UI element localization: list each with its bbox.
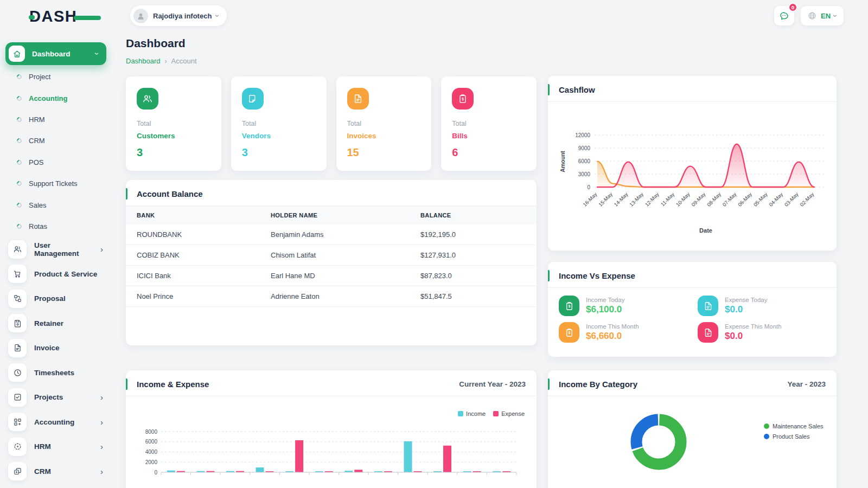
svg-text:09-May: 09-May (690, 191, 706, 207)
accent-bar (548, 378, 550, 390)
chevron-right-icon: › (100, 467, 103, 476)
sidebar-item-invoice[interactable]: Invoice (0, 336, 119, 361)
legend-swatch (764, 434, 769, 439)
accent-bar (126, 378, 127, 390)
sidebar-item-dashboard[interactable]: Dashboard › (5, 42, 106, 65)
metric-value: $0.0 (725, 331, 782, 342)
sidebar-item-hrm-module[interactable]: HRM› (0, 434, 119, 459)
svg-text:0: 0 (587, 184, 590, 190)
income-vs-expense-grid: $ Income Today$6,100.0 Expense Today$0.0… (548, 288, 837, 343)
crm-icon (8, 462, 27, 480)
dot-circle-icon (16, 95, 23, 102)
sidebar-item-pos[interactable]: POS (0, 152, 119, 173)
metric-label: Expense Today (725, 297, 767, 303)
legend-item-expense: Expense (493, 410, 525, 417)
sidebar-item-rotas[interactable]: Rotas (0, 216, 119, 237)
stat-card-invoices: Total Invoices 15 (336, 76, 432, 171)
dashboard-app: DASH Rajodiya infotech › 0 EN › Dashboar… (0, 0, 868, 488)
metric-label: Expense This Month (725, 323, 782, 330)
brand-logo-text: DASH (29, 8, 77, 25)
grid-plus-icon (8, 413, 27, 431)
sidebar-item-product-service[interactable]: Product & Service (0, 262, 119, 287)
cashflow-card: Cashflow Amount Date 0300060009000120001… (548, 76, 837, 251)
chat-badge: 0 (788, 3, 797, 12)
svg-text:6000: 6000 (578, 158, 591, 164)
card-title: Income & Expense (137, 380, 209, 389)
sidebar-item-support-tickets[interactable]: Support Tickets (0, 173, 119, 194)
dot-circle-icon (16, 202, 23, 209)
sidebar-item-label: Retainer (34, 319, 103, 328)
table-row: Noel Prince Adrienne Eaton $51,847.5 (126, 286, 537, 307)
clock-icon (8, 363, 27, 382)
breadcrumb-current: Account (171, 57, 197, 65)
balance-cell: $192,195.0 (410, 224, 537, 245)
metric-label: Income Today (586, 297, 624, 303)
breadcrumb: Dashboard › Account (126, 57, 197, 65)
invoice-icon (8, 339, 27, 357)
sidebar-item-label: Accounting (34, 418, 93, 426)
bank-cell: ICICI Bank (126, 266, 260, 286)
table-row: ROUNDBANK Benjamin Adams $192,195.0 (126, 224, 537, 245)
sidebar-item-user-management[interactable]: User Management› (0, 237, 119, 262)
bills-icon: $ (452, 88, 474, 110)
cashflow-area-chart: Date 03000600090001200016-May15-May14-Ma… (557, 111, 828, 246)
stat-card-vendors: Total Vendors 3 (231, 76, 327, 171)
svg-text:08-May: 08-May (706, 191, 722, 207)
stat-card-bills: $ Total Bills 6 (441, 76, 537, 171)
stat-caption: Total (347, 120, 421, 127)
holder-cell: Adrienne Eaton (260, 286, 410, 307)
users-icon (8, 240, 27, 259)
sidebar-item-sales[interactable]: Sales (0, 194, 119, 215)
language-selector[interactable]: EN › (801, 6, 844, 25)
stat-value: 3 (242, 146, 316, 159)
chat-icon (778, 10, 790, 22)
svg-text:14-May: 14-May (612, 191, 629, 207)
breadcrumb-dashboard-link[interactable]: Dashboard (126, 57, 161, 65)
sidebar-item-timesheets[interactable]: Timesheets (0, 361, 119, 386)
svg-text:$: $ (462, 97, 464, 101)
legend-label: Income (466, 410, 486, 417)
stat-card-customers: Total Customers 3 (126, 76, 221, 171)
stat-label: Customers (137, 132, 210, 140)
sidebar-item-projects[interactable]: Projects› (0, 385, 119, 410)
expense-file-icon (698, 322, 718, 343)
company-switcher[interactable]: Rajodiya infotech › (130, 5, 227, 26)
card-title: Income By Category (559, 380, 637, 389)
svg-text:16-May: 16-May (582, 191, 598, 207)
dot-circle-icon (16, 180, 23, 187)
sidebar-item-hrm[interactable]: HRM (0, 109, 119, 130)
sidebar-item-crm-module[interactable]: CRM› (0, 459, 119, 484)
company-avatar (133, 9, 148, 23)
sidebar-item-proposal[interactable]: Proposal (0, 286, 119, 311)
income-clipboard-icon: $ (559, 296, 579, 316)
svg-text:13-May: 13-May (628, 191, 644, 207)
sidebar-item-crm[interactable]: CRM (0, 130, 119, 151)
sidebar-item-project[interactable]: Project (0, 66, 119, 87)
legend-swatch (764, 423, 769, 429)
hrm-icon (8, 438, 27, 456)
chevron-down-icon: › (94, 53, 101, 55)
sidebar-item-label: Proposal (34, 294, 103, 303)
chevron-right-icon: › (100, 418, 103, 426)
svg-text:15-May: 15-May (597, 191, 614, 207)
svg-text:0: 0 (154, 470, 157, 476)
svg-text:06-May: 06-May (737, 191, 753, 207)
legend-label: Maintenance Sales (773, 423, 824, 429)
holder-cell: Earl Hane MD (260, 266, 410, 286)
dot-circle-icon (16, 223, 23, 230)
sidebar-item-retainer[interactable]: Retainer (0, 311, 119, 336)
sidebar-item-label: HRM (34, 442, 93, 451)
sidebar-item-label: Rotas (29, 222, 47, 230)
proposal-icon (8, 290, 27, 308)
chevron-right-icon: › (100, 393, 103, 401)
sidebar-item-accounting[interactable]: Accounting (0, 87, 119, 108)
messages-button[interactable]: 0 (774, 6, 794, 25)
accent-bar (548, 84, 550, 95)
income-expense-card: Income & Expense Current Year - 2023 Inc… (126, 370, 537, 488)
income-vs-expense-card: Income Vs Expense $ Income Today$6,100.0… (548, 262, 837, 357)
sidebar-item-label: Accounting (29, 94, 68, 102)
metric-label: Income This Month (586, 323, 639, 330)
svg-text:07-May: 07-May (721, 191, 737, 207)
sidebar-item-accounting-module[interactable]: Accounting› (0, 410, 119, 435)
account-balance-card: Account Balance BANK HOLDER NAME BALANCE… (126, 180, 537, 345)
